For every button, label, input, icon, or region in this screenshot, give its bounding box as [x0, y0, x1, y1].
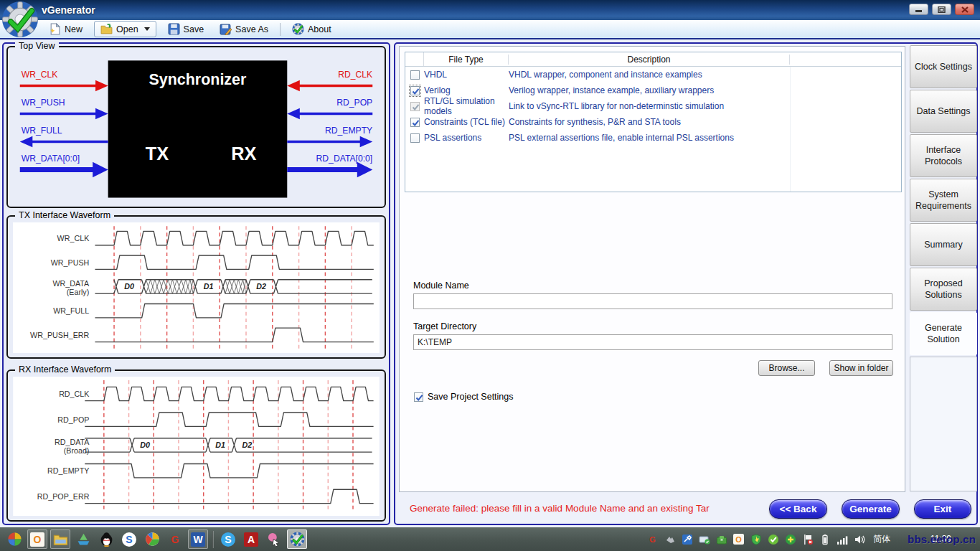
description-cell: Verilog wrapper, instance example, auxil… [509, 85, 790, 95]
save-as-button[interactable]: Save As [215, 22, 273, 37]
module-name-label: Module Name [413, 281, 469, 291]
svg-text:RD_DATA: RD_DATA [55, 438, 90, 446]
svg-text:RD_CLK: RD_CLK [338, 70, 372, 80]
row-checkbox[interactable] [410, 118, 420, 127]
svg-text:Synchronizer: Synchronizer [149, 71, 247, 88]
table-row[interactable]: Constraints (TCL file) Constraints for s… [405, 114, 901, 130]
outlook-icon[interactable]: O [27, 529, 47, 549]
svg-text:WR_CLK: WR_CLK [57, 234, 90, 242]
save-floppy-icon [168, 23, 180, 35]
target-directory-label: Target Directory [413, 321, 476, 331]
exit-button[interactable]: Exit [914, 499, 971, 519]
flag-tray-icon[interactable] [801, 533, 814, 545]
row-checkbox[interactable] [410, 70, 420, 80]
target-directory-input[interactable] [413, 334, 892, 350]
row-checkbox[interactable] [410, 102, 420, 111]
g-red-icon[interactable]: G [165, 529, 185, 549]
minimize-button[interactable] [909, 4, 928, 15]
vgenerator-taskbar-icon[interactable] [287, 529, 307, 549]
error-message: Generate failed: please fill in a valid … [410, 503, 761, 514]
word-icon[interactable]: W [188, 529, 208, 549]
plus-tray-icon[interactable] [784, 533, 796, 545]
about-button[interactable]: About [288, 22, 336, 37]
svg-text:WR_DATA: WR_DATA [52, 279, 90, 288]
svg-text:D0: D0 [124, 282, 134, 291]
tools-tray-icon[interactable] [664, 533, 676, 545]
table-row[interactable]: RTL/GL simulation models Link to vSync-R… [405, 98, 901, 114]
pinwheel-icon[interactable] [4, 529, 24, 549]
svg-text:D2: D2 [242, 441, 253, 449]
tab-proposed-solutions[interactable]: Proposed Solutions [910, 268, 977, 311]
svg-text:RD_POP: RD_POP [57, 415, 89, 424]
table-row[interactable]: VHDL VHDL wrapper, component and instanc… [405, 67, 901, 83]
svg-text:TX: TX [146, 143, 169, 164]
shield-tray-icon[interactable] [750, 533, 762, 545]
save-as-icon [220, 23, 232, 35]
description-cell: VHDL wrapper, component and instance exa… [509, 70, 790, 80]
wrench-tray-icon[interactable] [681, 533, 693, 545]
thunder-icon[interactable] [73, 529, 93, 549]
show-in-folder-button[interactable]: Show in folder [829, 360, 893, 376]
description-cell: PSL external assertions file, enable int… [509, 133, 790, 143]
svg-text:(Broad): (Broad) [64, 446, 90, 455]
open-dropdown-caret[interactable] [144, 27, 150, 31]
sogou-icon[interactable]: S [119, 529, 139, 549]
ime-language-indicator[interactable]: 简体 [873, 533, 890, 545]
check-tray-icon[interactable] [767, 533, 779, 545]
tab-system-requirements[interactable]: System Requirements [910, 179, 977, 222]
file-type-cell: PSL assertions [424, 133, 509, 143]
tab-summary[interactable]: Summary [910, 223, 977, 266]
open-button[interactable]: Open [94, 21, 156, 37]
skype-icon[interactable]: S [218, 529, 238, 549]
svg-text:WR_PUSH: WR_PUSH [22, 98, 65, 108]
new-button[interactable]: New [44, 22, 87, 37]
tx-waveform-image: WR_CLKWR_PUSHWR_DATA(Early)D0D1D2WR_FULL… [13, 222, 380, 353]
clock-zone: 11:39 bbs.eetop.cn [898, 529, 976, 549]
g-tray-icon[interactable]: G [646, 533, 659, 545]
app-logo-icon [1, 1, 39, 38]
svg-text:RD_CLK: RD_CLK [59, 390, 90, 398]
svg-text:WR_PUSH_ERR: WR_PUSH_ERR [30, 331, 89, 339]
generate-button[interactable]: Generate [842, 499, 900, 519]
tx-waveform-label: TX Interface Waveform [15, 210, 114, 220]
qq-icon[interactable] [96, 529, 116, 549]
svg-text:D1: D1 [215, 441, 225, 449]
save-button[interactable]: Save [164, 22, 209, 37]
row-checkbox[interactable] [410, 86, 420, 95]
close-button[interactable] [955, 4, 974, 15]
o-tray-icon[interactable]: O [732, 533, 745, 545]
top-view-label: Top View [15, 41, 59, 51]
tab-strip-filler [910, 357, 977, 491]
svg-text:(Early): (Early) [67, 288, 90, 296]
column-header-file-type: File Type [424, 55, 509, 65]
pdf-icon[interactable]: A [241, 529, 261, 549]
generate-solution-panel: File Type Description VHDL VHDL wrapper,… [394, 42, 978, 525]
network-tray-icon[interactable] [836, 533, 848, 545]
tab-clock-settings[interactable]: Clock Settings [910, 45, 977, 88]
tab-interface-protocols[interactable]: Interface Protocols [910, 134, 977, 177]
tab-data-settings[interactable]: Data Settings [910, 90, 977, 133]
painter-icon[interactable] [264, 529, 284, 549]
taskbar-separator [212, 531, 214, 548]
back-button[interactable]: << Back [769, 499, 827, 519]
save-project-settings-checkbox[interactable] [414, 392, 423, 402]
card-check-tray-icon[interactable] [698, 533, 710, 545]
rx-waveform-label: RX Interface Waveform [15, 364, 115, 375]
battery-tray-icon[interactable] [819, 533, 831, 545]
pps-icon[interactable] [142, 529, 162, 549]
browse-button[interactable]: Browse... [758, 360, 815, 376]
row-checkbox[interactable] [410, 133, 420, 143]
table-row[interactable]: PSL assertions PSL external assertions f… [405, 130, 901, 146]
tab-generate-solution[interactable]: Generate Solution [910, 312, 977, 355]
rx-waveform-groupbox: RX Interface Waveform RD_CLKRD_POPRD_DAT… [6, 369, 386, 522]
toolbox-tray-icon[interactable] [715, 533, 727, 545]
svg-text:WR_DATA[0:0]: WR_DATA[0:0] [22, 154, 80, 164]
explorer-icon[interactable] [50, 529, 70, 549]
rx-waveform-image: RD_CLKRD_POPRD_DATA(Broad)D0D1D2RD_EMPTY… [13, 377, 380, 516]
description-cell: Link to vSync-RTL library for non-determ… [509, 101, 790, 111]
maximize-button[interactable] [932, 4, 951, 15]
module-name-input[interactable] [413, 293, 892, 309]
volume-tray-icon[interactable] [853, 533, 865, 545]
file-type-cell: Constraints (TCL file) [424, 117, 509, 127]
top-view-groupbox: Top View SynchronizerTXRXWR_CLKWR_PUSHWR… [6, 46, 386, 208]
